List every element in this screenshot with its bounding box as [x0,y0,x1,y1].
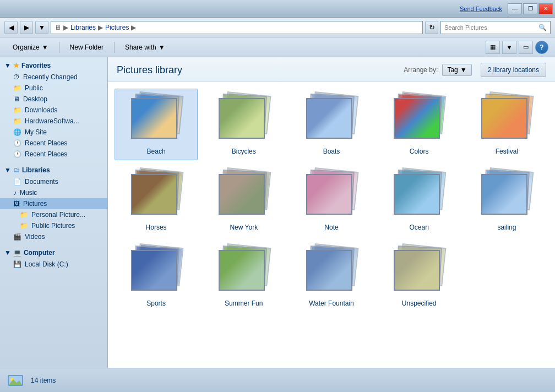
sidebar-item-downloads[interactable]: 📁 Downloads [0,105,107,116]
folder-item-boats[interactable]: Boats [290,89,373,160]
folder-item-new-york[interactable]: New York [202,165,285,236]
folder-item-ocean[interactable]: Ocean [378,165,461,236]
folder-stack-new-york [216,170,271,219]
forward-button[interactable]: ▶ [20,21,33,34]
send-feedback-link[interactable]: Send Feedback [460,6,502,12]
mysite-label: My Site [25,128,47,136]
folder-item-sailing[interactable]: sailing [465,165,548,236]
search-input[interactable] [444,24,536,31]
sidebar-item-personal-pictures[interactable]: 📁 Personal Picture... [0,209,107,220]
stack-front-water-fountain [306,250,352,291]
view-button[interactable]: ▦ [486,41,500,54]
close-button[interactable]: ✕ [538,3,553,14]
folder-name-summer-fun: Summer Fun [225,300,263,307]
search-icon: 🔍 [538,24,547,31]
dropdown-button[interactable]: ▼ [35,21,48,34]
forward-icon: ▶ [24,24,29,31]
favorites-star-icon: ★ [13,62,19,69]
folder-name-colors: Colors [410,148,429,155]
sidebar-item-hardwaresoftware[interactable]: 📁 HardwareSoftwa... [0,116,107,127]
libraries-chevron: ▼ [4,166,11,174]
view-dropdown-button[interactable]: ▼ [502,41,516,54]
personal-pictures-label: Personal Picture... [31,211,85,219]
folder-item-sports[interactable]: Sports [115,241,198,312]
path-computer-icon: 🖥 [55,24,61,31]
folder-item-note[interactable]: Note [290,165,373,236]
favorites-label: Favorites [21,62,51,69]
address-path[interactable]: 🖥 ▶ Libraries ▶ Pictures ▶ [51,21,423,34]
computer-header[interactable]: ▼ 💻 Computer [0,247,107,259]
new-folder-button[interactable]: New Folder [64,40,110,55]
search-box[interactable]: 🔍 [440,21,551,34]
folder-item-beach[interactable]: Beach [115,89,198,160]
share-label: Share with [125,43,156,51]
organize-dropdown-icon: ▼ [42,43,48,51]
folder-item-horses[interactable]: Horses [115,165,198,236]
refresh-button[interactable]: ↻ [425,21,438,34]
minimize-button[interactable]: — [508,3,522,14]
sidebar-item-videos[interactable]: 🎬 Videos [0,231,107,242]
title-bar: Send Feedback — ❐ ✕ [0,0,555,18]
pictures-library-icon [7,372,24,389]
folder-name-boats: Boats [323,148,340,155]
music-icon: ♪ [13,189,17,197]
sidebar-item-desktop[interactable]: 🖥 Desktop [0,94,107,105]
dropdown-icon: ▼ [39,24,45,31]
path-libraries[interactable]: Libraries [70,24,96,31]
sidebar-item-pictures[interactable]: 🖼 Pictures [0,198,107,209]
folder-item-unspecified[interactable]: Unspecified [378,241,461,312]
help-button[interactable]: ? [535,41,548,54]
sidebar-item-local-disk[interactable]: 💾 Local Disk (C:) [0,259,107,270]
folder-item-summer-fun[interactable]: Summer Fun [202,241,285,312]
sidebar-item-recent-places-2[interactable]: 🕐 Recent Places [0,149,107,160]
downloads-label: Downloads [25,106,57,114]
stack-front-note [306,174,352,215]
stack-front-sailing [481,174,527,215]
share-dropdown-icon: ▼ [159,43,165,51]
arrange-chevron: ▼ [460,66,467,74]
hardwaresoftware-label: HardwareSoftwa... [25,117,79,125]
local-disk-icon: 💾 [13,260,21,268]
sidebar-item-music[interactable]: ♪ Music [0,187,107,198]
back-button[interactable]: ◀ [4,21,18,34]
folder-item-festival[interactable]: Festival [465,89,548,160]
arrange-value: Tag [447,66,458,74]
folder-grid: Beach Bicycles Boats Colors Festival [115,89,548,312]
stack-front-new-york [219,174,265,215]
folder-stack-colors [391,94,447,143]
folder-stack-sports [129,246,184,295]
sidebar-item-recent-places-1[interactable]: 🕐 Recent Places [0,138,107,149]
folder-stack-summer-fun [216,246,271,295]
restore-button[interactable]: ❐ [523,3,537,14]
sidebar-item-mysite[interactable]: 🌐 My Site [0,127,107,138]
path-pictures[interactable]: Pictures [105,24,129,31]
folder-stack-water-fountain [304,246,359,295]
stack-front-festival [481,98,527,139]
folder-item-bicycles[interactable]: Bicycles [202,89,285,160]
folder-stack-ocean [391,170,447,219]
organize-button[interactable]: Organize ▼ [7,40,55,55]
stack-front-bicycles [219,98,265,139]
stack-front-unspecified [394,250,440,291]
videos-icon: 🎬 [13,233,21,241]
folder-name-bicycles: Bicycles [232,148,256,155]
libraries-header[interactable]: ▼ 🗂 Libraries [0,164,107,176]
content-header: Pictures library Arrange by: Tag ▼ 2 lib… [108,57,555,82]
arrange-dropdown-button[interactable]: Tag ▼ [442,64,471,76]
sidebar-item-recently-changed[interactable]: ⏱ Recently Changed [0,72,107,83]
preview-button[interactable]: ▭ [519,41,533,54]
share-with-button[interactable]: Share with ▼ [119,40,171,55]
recent-places-2-icon: 🕐 [13,150,21,158]
folder-name-sailing: sailing [497,224,516,231]
sidebar-item-public[interactable]: 📁 Public [0,83,107,94]
sidebar-item-public-pictures[interactable]: 📁 Public Pictures [0,220,107,231]
library-locations-button[interactable]: 2 library locations [481,63,546,77]
folder-item-colors[interactable]: Colors [378,89,461,160]
sidebar-item-documents[interactable]: 📄 Documents [0,176,107,187]
folder-stack-beach [129,94,184,143]
desktop-icon: 🖥 [13,95,20,103]
stack-front-summer-fun [219,250,265,291]
folder-item-water-fountain[interactable]: Water Fountain [290,241,373,312]
favorites-header[interactable]: ▼ ★ Favorites [0,59,107,72]
recent-places-1-icon: 🕐 [13,139,21,147]
